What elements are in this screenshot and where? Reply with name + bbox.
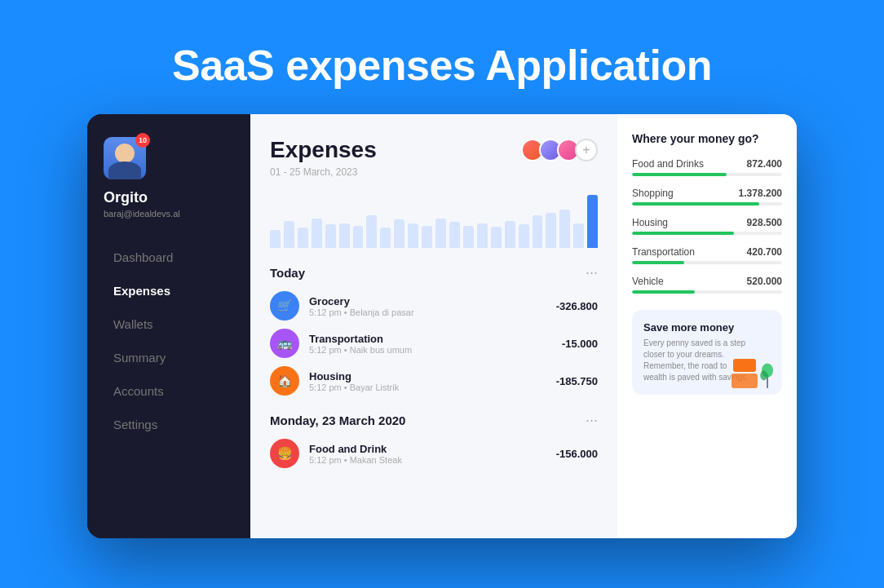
section-header: Today··· [270,264,598,281]
category-bar-fill [632,261,684,264]
expenses-panel[interactable]: Expenses + 01 - 25 March, 2023 Today···🛒… [250,114,617,538]
category-name: Transportation [632,246,695,258]
chart-bar [491,227,502,248]
transaction-section: Today···🛒Grocery5:12 pm • Belanja di pas… [270,264,598,396]
chart-bar [339,223,350,248]
category-item: Vehicle520.000 [632,276,782,294]
chart-bar [298,228,308,248]
main-inner: Expenses + 01 - 25 March, 2023 Today···🛒… [250,114,797,538]
transaction-meta: 5:12 pm • Bayar Listrik [309,382,546,392]
transaction-item[interactable]: 🛒Grocery5:12 pm • Belanja di pasar-326.8… [270,291,598,321]
save-card-title: Save more money [643,321,771,334]
chart-bar [408,223,418,248]
transaction-item[interactable]: 🍔Food and Drink5:12 pm • Makan Steak-156… [270,439,598,468]
chart-bar [519,224,529,248]
transaction-list: 🍔Food and Drink5:12 pm • Makan Steak-156… [270,439,598,468]
transaction-name: Housing [309,370,546,382]
sidebar-item-accounts[interactable]: Accounts [104,377,234,405]
category-bar [632,202,782,206]
transaction-icon: 🛒 [270,291,299,321]
chart-bar [505,221,515,248]
chart-bar [435,219,446,248]
transaction-icon: 🍔 [270,439,299,468]
sidebar-item-wallets[interactable]: Wallets [104,310,234,338]
category-header: Food and Drinks872.400 [632,158,782,170]
chart-bar [353,226,364,248]
plant-icon [759,360,776,388]
sidebar-item-dashboard[interactable]: Dashboard [104,243,234,272]
transaction-amount: -326.800 [556,300,598,312]
category-amount: 1.378.200 [739,188,782,199]
category-name: Food and Drinks [632,158,704,170]
transaction-details: Grocery5:12 pm • Belanja di pasar [309,295,546,317]
app-window: 10 Orgito baraj@idealdevs.al DashboardEx… [87,114,797,538]
category-item: Food and Drinks872.400 [632,158,782,176]
chart-bar [477,223,488,248]
money-go-title: Where your money go? [632,132,782,145]
chart-bar [546,213,556,248]
avatar-group: + [521,139,598,161]
chart-bar [312,219,322,248]
transaction-sections: Today···🛒Grocery5:12 pm • Belanja di pas… [270,264,598,468]
category-bar-fill [632,290,695,294]
category-bar [632,173,782,176]
category-name: Housing [632,217,668,228]
category-header: Housing928.500 [632,217,782,228]
category-amount: 928.500 [747,217,782,228]
chart-bar [422,226,432,248]
transaction-icon: 🏠 [270,366,299,396]
chart-bar [270,230,281,248]
more-options-button[interactable]: ··· [586,412,598,429]
transaction-name: Transportation [309,333,552,345]
category-bar [632,232,782,235]
transaction-details: Food and Drink5:12 pm • Makan Steak [309,443,546,465]
main-content: Expenses + 01 - 25 March, 2023 Today···🛒… [250,114,797,538]
transaction-item[interactable]: 🏠Housing5:12 pm • Bayar Listrik-185.750 [270,366,598,396]
transaction-name: Grocery [309,295,546,307]
transaction-details: Housing5:12 pm • Bayar Listrik [309,370,546,392]
add-collaborator-button[interactable]: + [575,139,598,161]
more-options-button[interactable]: ··· [586,264,598,281]
category-item: Housing928.500 [632,217,782,235]
category-bar [632,261,782,264]
section-header: Monday, 23 March 2020··· [270,412,598,429]
transaction-amount: -185.750 [556,375,598,387]
category-amount: 872.400 [747,158,782,170]
transaction-item[interactable]: 🚌Transportation5:12 pm • Naik bus umum-1… [270,329,598,358]
transaction-section: Monday, 23 March 2020···🍔Food and Drink5… [270,412,598,468]
transaction-details: Transportation5:12 pm • Naik bus umum [309,333,552,355]
chart-bar [394,219,404,248]
transaction-meta: 5:12 pm • Belanja di pasar [309,307,546,317]
category-amount: 520.000 [747,276,782,287]
category-bar-fill [632,202,759,206]
transaction-amount: -156.000 [556,448,598,460]
user-email: baraj@idealdevs.al [104,209,234,219]
category-item: Transportation420.700 [632,246,782,264]
category-name: Shopping [632,188,674,199]
category-item: Shopping1.378.200 [632,188,782,206]
transaction-amount: -15.000 [562,338,598,350]
category-header: Shopping1.378.200 [632,188,782,199]
category-amount: 420.700 [747,246,782,258]
expenses-date: 01 - 25 March, 2023 [270,166,598,178]
sidebar-item-settings[interactable]: Settings [104,410,234,439]
category-header: Vehicle520.000 [632,276,782,287]
user-avatar-container: 10 [104,137,146,179]
category-name: Vehicle [632,276,664,287]
transaction-name: Food and Drink [309,443,546,455]
category-bar-fill [632,173,727,176]
hero-title: SaaS expenses Application [172,41,712,90]
transaction-list: 🛒Grocery5:12 pm • Belanja di pasar-326.8… [270,291,598,396]
transaction-meta: 5:12 pm • Makan Steak [309,455,546,465]
chart-bar [559,210,570,248]
section-title: Today [270,266,305,280]
sidebar-item-summary[interactable]: Summary [104,343,234,372]
category-list: Food and Drinks872.400Shopping1.378.200H… [632,158,782,294]
sidebar-item-expenses[interactable]: Expenses [104,276,234,305]
chart-bar [533,215,543,248]
expenses-header: Expenses + [270,137,598,163]
save-card: Save more money Every penny saved is a s… [632,310,782,395]
category-header: Transportation420.700 [632,246,782,258]
chart-bar [463,226,474,248]
section-title: Monday, 23 March 2020 [270,413,405,427]
